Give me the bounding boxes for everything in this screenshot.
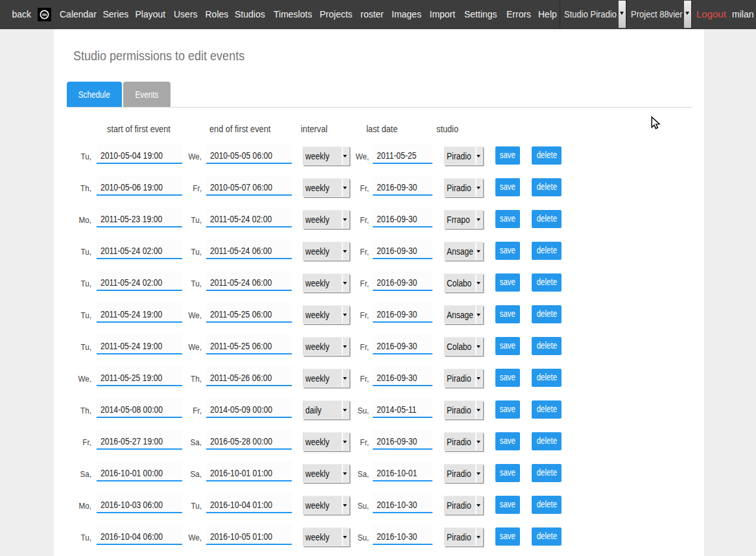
svg-text:m: m <box>42 12 47 17</box>
